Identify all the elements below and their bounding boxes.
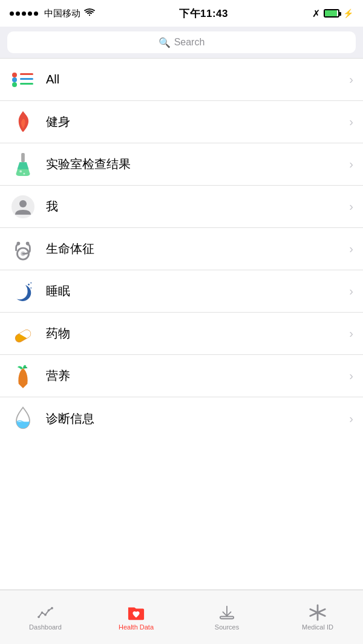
- signal-dots: [10, 11, 38, 16]
- health-data-tab-icon: [128, 604, 145, 621]
- carrier-label: 中国移动: [44, 8, 80, 19]
- tab-dashboard[interactable]: Dashboard: [0, 590, 91, 644]
- list-item-nutrition[interactable]: 营养 ›: [0, 355, 363, 397]
- svg-point-0: [12, 73, 17, 77]
- svg-point-16: [30, 287, 31, 288]
- svg-point-27: [48, 609, 50, 611]
- nutrition-icon: [10, 363, 36, 389]
- svg-point-13: [17, 241, 21, 245]
- list-label-vitals: 生命体征: [46, 241, 349, 257]
- svg-point-8: [23, 172, 25, 174]
- tab-sources-label: Sources: [215, 623, 239, 631]
- list-item-fitness[interactable]: 健身 ›: [0, 101, 363, 143]
- vitals-icon: [10, 236, 36, 262]
- tab-bar: Dashboard Health Data Sources: [0, 590, 363, 644]
- tab-dashboard-label: Dashboard: [29, 623, 62, 631]
- svg-point-2: [12, 82, 17, 87]
- list-label-fitness: 健身: [46, 114, 349, 130]
- svg-point-25: [41, 611, 44, 614]
- list-item-all[interactable]: All ›: [0, 59, 363, 101]
- svg-point-17: [30, 282, 31, 283]
- svg-point-7: [19, 170, 22, 172]
- tab-medical-id[interactable]: Medical ID: [272, 590, 363, 644]
- list-item-lab[interactable]: 实验室检查结果 ›: [0, 143, 363, 186]
- search-placeholder: Search: [174, 37, 205, 48]
- medical-id-tab-icon: [309, 604, 326, 621]
- list-item-sleep[interactable]: 睡眠 ›: [0, 270, 363, 313]
- svg-point-24: [38, 616, 40, 618]
- svg-rect-4: [20, 78, 33, 80]
- list-item-diagnosis[interactable]: 诊断信息 ›: [0, 397, 363, 440]
- me-icon: [10, 194, 36, 220]
- sleep-icon: [10, 278, 36, 305]
- bluetooth-icon: ✗: [312, 8, 320, 19]
- list-label-sleep: 睡眠: [46, 283, 349, 299]
- chevron-nutrition: ›: [349, 369, 353, 383]
- svg-rect-5: [20, 83, 33, 85]
- status-left: 中国移动: [10, 7, 95, 20]
- svg-point-14: [26, 241, 30, 245]
- status-time: 下午11:43: [179, 7, 228, 21]
- dashboard-tab-icon: [37, 604, 54, 621]
- sources-tab-icon: [218, 604, 235, 621]
- charging-icon: ⚡: [343, 8, 353, 18]
- chevron-vitals: ›: [349, 242, 353, 256]
- tab-health-data[interactable]: Health Data: [91, 590, 182, 644]
- diagnosis-icon: [10, 405, 36, 432]
- battery-icon: [324, 9, 339, 18]
- search-icon: 🔍: [159, 37, 171, 48]
- list-label-me: 我: [46, 198, 349, 215]
- status-right: ✗ ⚡: [312, 8, 353, 19]
- all-icon: [10, 67, 36, 93]
- svg-rect-3: [20, 73, 33, 75]
- tab-sources[interactable]: Sources: [182, 590, 272, 644]
- chevron-medication: ›: [349, 327, 353, 340]
- list-label-medication: 药物: [46, 325, 349, 342]
- status-bar: 中国移动 下午11:43 ✗ ⚡: [0, 0, 363, 27]
- fitness-icon: [10, 109, 36, 135]
- chevron-diagnosis: ›: [349, 412, 353, 426]
- chevron-all: ›: [349, 73, 353, 86]
- list-label-all: All: [46, 73, 349, 86]
- list-label-lab: 实验室检查结果: [46, 156, 349, 172]
- svg-point-1: [12, 77, 17, 82]
- svg-point-15: [28, 284, 30, 285]
- chevron-fitness: ›: [349, 115, 353, 129]
- wifi-icon: [84, 7, 95, 20]
- list-label-nutrition: 营养: [46, 368, 349, 384]
- svg-point-28: [51, 607, 53, 609]
- svg-point-10: [19, 200, 27, 207]
- list-item-medication[interactable]: 药物 ›: [0, 313, 363, 355]
- lab-icon: [10, 151, 36, 178]
- chevron-lab: ›: [349, 157, 353, 171]
- chevron-me: ›: [349, 200, 353, 213]
- search-bar-container: 🔍 Search: [0, 27, 363, 58]
- svg-point-26: [44, 613, 47, 616]
- tab-medical-id-label: Medical ID: [302, 623, 333, 631]
- list-item-me[interactable]: 我 ›: [0, 186, 363, 228]
- tab-health-data-label: Health Data: [119, 623, 154, 631]
- list-label-diagnosis: 诊断信息: [46, 411, 349, 427]
- svg-rect-29: [220, 616, 234, 619]
- category-list: All › 健身 › 实验室检查结果 ›: [0, 59, 363, 440]
- svg-rect-6: [21, 152, 25, 161]
- list-item-vitals[interactable]: 生命体征 ›: [0, 228, 363, 270]
- chevron-sleep: ›: [349, 284, 353, 298]
- search-bar[interactable]: 🔍 Search: [7, 31, 356, 53]
- medication-icon: [10, 320, 36, 347]
